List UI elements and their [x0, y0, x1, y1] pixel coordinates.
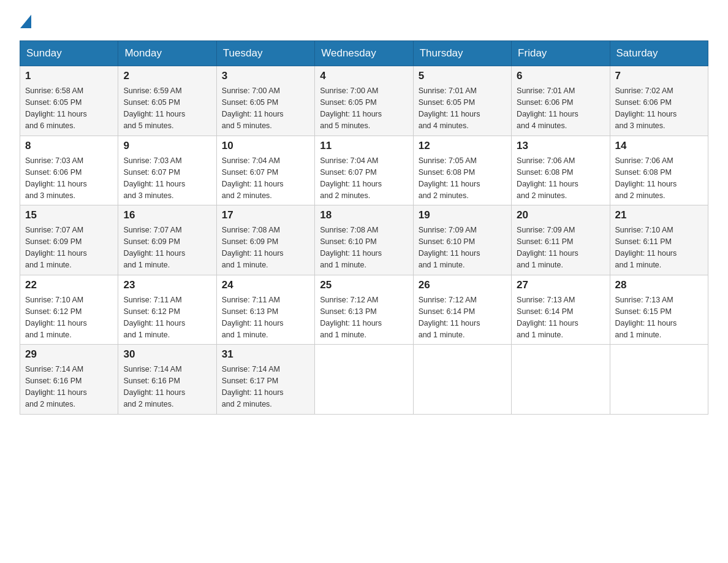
day-number: 16 — [123, 209, 211, 221]
day-info: Sunrise: 7:14 AMSunset: 6:16 PMDaylight:… — [123, 365, 185, 408]
day-number: 6 — [517, 70, 604, 82]
calendar-cell: 8 Sunrise: 7:03 AMSunset: 6:06 PMDayligh… — [20, 136, 118, 205]
day-number: 26 — [419, 279, 506, 291]
day-info: Sunrise: 7:03 AMSunset: 6:07 PMDaylight:… — [123, 156, 185, 200]
day-info: Sunrise: 7:02 AMSunset: 6:06 PMDaylight:… — [615, 86, 677, 130]
day-number: 18 — [320, 209, 408, 221]
weekday-header-monday: Monday — [118, 41, 216, 66]
calendar-cell: 17 Sunrise: 7:08 AMSunset: 6:09 PMDaylig… — [216, 205, 314, 275]
day-info: Sunrise: 7:13 AMSunset: 6:15 PMDaylight:… — [615, 296, 677, 339]
day-number: 30 — [123, 348, 211, 361]
calendar-cell: 2 Sunrise: 6:59 AMSunset: 6:05 PMDayligh… — [118, 66, 216, 136]
weekday-header-thursday: Thursday — [413, 41, 511, 66]
calendar-week-row: 22 Sunrise: 7:10 AMSunset: 6:12 PMDaylig… — [20, 275, 708, 345]
calendar-cell: 30 Sunrise: 7:14 AMSunset: 6:16 PMDaylig… — [118, 345, 216, 415]
day-info: Sunrise: 7:01 AMSunset: 6:05 PMDaylight:… — [419, 86, 480, 130]
day-info: Sunrise: 7:03 AMSunset: 6:06 PMDaylight:… — [25, 156, 87, 200]
day-info: Sunrise: 7:07 AMSunset: 6:09 PMDaylight:… — [123, 226, 185, 269]
calendar-cell — [610, 345, 708, 415]
calendar-cell: 16 Sunrise: 7:07 AMSunset: 6:09 PMDaylig… — [118, 205, 216, 275]
calendar-cell: 31 Sunrise: 7:14 AMSunset: 6:17 PMDaylig… — [216, 345, 314, 415]
calendar-cell: 26 Sunrise: 7:12 AMSunset: 6:14 PMDaylig… — [413, 275, 511, 345]
calendar-cell — [413, 345, 511, 415]
calendar-cell: 7 Sunrise: 7:02 AMSunset: 6:06 PMDayligh… — [610, 66, 708, 136]
day-info: Sunrise: 7:09 AMSunset: 6:10 PMDaylight:… — [419, 226, 480, 269]
logo — [20, 15, 31, 31]
day-number: 13 — [517, 140, 604, 152]
weekday-header-wednesday: Wednesday — [315, 41, 413, 66]
calendar-cell: 28 Sunrise: 7:13 AMSunset: 6:15 PMDaylig… — [610, 275, 708, 345]
day-info: Sunrise: 7:14 AMSunset: 6:17 PMDaylight:… — [222, 365, 284, 408]
calendar-cell — [315, 345, 413, 415]
weekday-header-row: SundayMondayTuesdayWednesdayThursdayFrid… — [20, 41, 708, 66]
day-info: Sunrise: 7:08 AMSunset: 6:10 PMDaylight:… — [320, 226, 382, 269]
day-number: 5 — [419, 70, 506, 82]
day-info: Sunrise: 7:06 AMSunset: 6:08 PMDaylight:… — [615, 156, 677, 200]
calendar-cell: 15 Sunrise: 7:07 AMSunset: 6:09 PMDaylig… — [20, 205, 118, 275]
calendar-cell: 12 Sunrise: 7:05 AMSunset: 6:08 PMDaylig… — [413, 136, 511, 205]
day-number: 27 — [517, 279, 604, 291]
day-info: Sunrise: 7:07 AMSunset: 6:09 PMDaylight:… — [25, 226, 87, 269]
day-number: 25 — [320, 279, 408, 291]
calendar-cell: 19 Sunrise: 7:09 AMSunset: 6:10 PMDaylig… — [413, 205, 511, 275]
day-number: 17 — [222, 209, 309, 221]
calendar-table: SundayMondayTuesdayWednesdayThursdayFrid… — [20, 40, 708, 415]
calendar-cell: 1 Sunrise: 6:58 AMSunset: 6:05 PMDayligh… — [20, 66, 118, 136]
day-info: Sunrise: 7:01 AMSunset: 6:06 PMDaylight:… — [517, 86, 578, 130]
day-info: Sunrise: 7:12 AMSunset: 6:13 PMDaylight:… — [320, 296, 382, 339]
weekday-header-friday: Friday — [512, 41, 610, 66]
day-number: 9 — [123, 140, 211, 152]
day-number: 11 — [320, 140, 408, 152]
day-number: 29 — [25, 348, 113, 361]
page-header — [20, 15, 708, 31]
day-number: 19 — [419, 209, 506, 221]
calendar-cell: 21 Sunrise: 7:10 AMSunset: 6:11 PMDaylig… — [610, 205, 708, 275]
calendar-cell: 23 Sunrise: 7:11 AMSunset: 6:12 PMDaylig… — [118, 275, 216, 345]
day-info: Sunrise: 7:05 AMSunset: 6:08 PMDaylight:… — [419, 156, 480, 200]
calendar-cell: 20 Sunrise: 7:09 AMSunset: 6:11 PMDaylig… — [512, 205, 610, 275]
day-number: 4 — [320, 70, 408, 82]
day-info: Sunrise: 7:10 AMSunset: 6:12 PMDaylight:… — [25, 296, 87, 339]
day-info: Sunrise: 7:00 AMSunset: 6:05 PMDaylight:… — [320, 86, 382, 130]
weekday-header-tuesday: Tuesday — [216, 41, 314, 66]
calendar-cell: 5 Sunrise: 7:01 AMSunset: 6:05 PMDayligh… — [413, 66, 511, 136]
day-number: 15 — [25, 209, 113, 221]
day-info: Sunrise: 7:04 AMSunset: 6:07 PMDaylight:… — [222, 156, 284, 200]
day-number: 2 — [123, 70, 211, 82]
calendar-week-row: 15 Sunrise: 7:07 AMSunset: 6:09 PMDaylig… — [20, 205, 708, 275]
calendar-cell: 22 Sunrise: 7:10 AMSunset: 6:12 PMDaylig… — [20, 275, 118, 345]
day-info: Sunrise: 7:11 AMSunset: 6:12 PMDaylight:… — [123, 296, 185, 339]
calendar-cell: 11 Sunrise: 7:04 AMSunset: 6:07 PMDaylig… — [315, 136, 413, 205]
day-number: 7 — [615, 70, 703, 82]
day-number: 31 — [222, 348, 309, 361]
logo-arrow-icon — [20, 15, 31, 28]
calendar-cell: 24 Sunrise: 7:11 AMSunset: 6:13 PMDaylig… — [216, 275, 314, 345]
calendar-cell: 3 Sunrise: 7:00 AMSunset: 6:05 PMDayligh… — [216, 66, 314, 136]
calendar-cell: 13 Sunrise: 7:06 AMSunset: 6:08 PMDaylig… — [512, 136, 610, 205]
day-info: Sunrise: 7:06 AMSunset: 6:08 PMDaylight:… — [517, 156, 578, 200]
day-info: Sunrise: 7:00 AMSunset: 6:05 PMDaylight:… — [222, 86, 284, 130]
day-number: 20 — [517, 209, 604, 221]
calendar-week-row: 8 Sunrise: 7:03 AMSunset: 6:06 PMDayligh… — [20, 136, 708, 205]
calendar-cell: 29 Sunrise: 7:14 AMSunset: 6:16 PMDaylig… — [20, 345, 118, 415]
day-number: 28 — [615, 279, 703, 291]
calendar-cell: 6 Sunrise: 7:01 AMSunset: 6:06 PMDayligh… — [512, 66, 610, 136]
weekday-header-saturday: Saturday — [610, 41, 708, 66]
day-number: 12 — [419, 140, 506, 152]
day-number: 22 — [25, 279, 113, 291]
day-number: 3 — [222, 70, 309, 82]
day-number: 8 — [25, 140, 113, 152]
day-info: Sunrise: 7:10 AMSunset: 6:11 PMDaylight:… — [615, 226, 677, 269]
weekday-header-sunday: Sunday — [20, 41, 118, 66]
day-number: 21 — [615, 209, 703, 221]
day-number: 1 — [25, 70, 113, 82]
day-info: Sunrise: 7:04 AMSunset: 6:07 PMDaylight:… — [320, 156, 382, 200]
calendar-cell — [512, 345, 610, 415]
calendar-cell: 9 Sunrise: 7:03 AMSunset: 6:07 PMDayligh… — [118, 136, 216, 205]
day-info: Sunrise: 7:11 AMSunset: 6:13 PMDaylight:… — [222, 296, 284, 339]
day-info: Sunrise: 7:13 AMSunset: 6:14 PMDaylight:… — [517, 296, 578, 339]
calendar-week-row: 29 Sunrise: 7:14 AMSunset: 6:16 PMDaylig… — [20, 345, 708, 415]
day-info: Sunrise: 7:14 AMSunset: 6:16 PMDaylight:… — [25, 365, 87, 408]
calendar-cell: 10 Sunrise: 7:04 AMSunset: 6:07 PMDaylig… — [216, 136, 314, 205]
calendar-cell: 14 Sunrise: 7:06 AMSunset: 6:08 PMDaylig… — [610, 136, 708, 205]
